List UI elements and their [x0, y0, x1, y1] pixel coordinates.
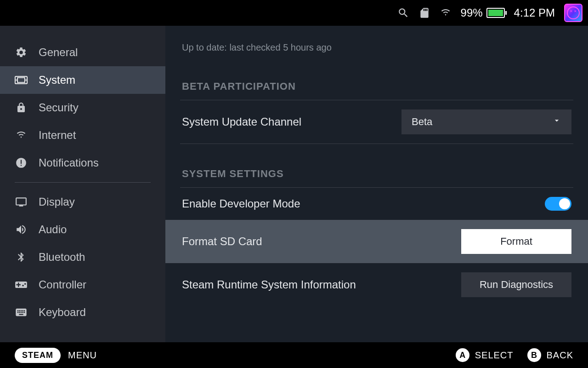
setting-runtime-info: Steam Runtime System Information Run Dia… — [180, 263, 573, 306]
setting-label: Enable Developer Mode — [182, 197, 300, 210]
sidebar-item-label: Controller — [39, 278, 86, 291]
battery-percentage: 99% — [461, 6, 483, 19]
sidebar-item-bluetooth[interactable]: Bluetooth — [0, 243, 165, 271]
sidebar-item-label: General — [39, 46, 78, 59]
monitor-icon — [15, 196, 28, 208]
section-header-system: SYSTEM SETTINGS — [180, 144, 573, 188]
setting-update-channel: System Update Channel Beta — [180, 100, 573, 144]
hint-label: BACK — [547, 350, 573, 361]
sd-card-icon[interactable] — [418, 7, 430, 19]
format-button[interactable]: Format — [461, 229, 571, 254]
sidebar-item-label: Audio — [39, 223, 67, 236]
keyboard-icon — [15, 306, 28, 319]
lock-icon — [15, 101, 28, 114]
setting-label: Steam Runtime System Information — [182, 278, 356, 291]
content-panel[interactable]: Up to date: last checked 5 hours ago BET… — [165, 26, 588, 342]
sidebar-item-controller[interactable]: Controller — [0, 271, 165, 299]
sidebar-item-label: System — [39, 74, 75, 86]
section-header-beta: BETA PARTICIPATION — [180, 57, 573, 100]
hint-label: SELECT — [475, 350, 514, 361]
chevron-down-icon — [552, 116, 561, 128]
sidebar-item-display[interactable]: Display — [0, 188, 165, 216]
svg-rect-6 — [21, 165, 22, 166]
setting-label: Format SD Card — [182, 235, 262, 248]
bottom-left-group: STEAM MENU — [15, 348, 97, 363]
main-area: General System Security Internet Notific… — [0, 26, 588, 342]
search-icon[interactable] — [397, 7, 409, 19]
sidebar-item-label: Notifications — [39, 156, 99, 169]
gamepad-icon — [15, 278, 28, 291]
svg-point-2 — [16, 80, 17, 81]
bottom-bar: STEAM MENU A SELECT B BACK — [0, 342, 588, 368]
steam-button[interactable]: STEAM — [15, 348, 61, 363]
sidebar-item-audio[interactable]: Audio — [0, 216, 165, 243]
setting-developer-mode: Enable Developer Mode — [180, 188, 573, 220]
sidebar-item-label: Display — [39, 196, 75, 208]
bottom-right-group: A SELECT B BACK — [456, 348, 573, 362]
battery-status: 99% — [461, 6, 505, 19]
top-bar: 99% 4:12 PM — [0, 0, 588, 26]
update-status: Up to date: last checked 5 hours ago — [180, 26, 573, 57]
hint-back: B BACK — [527, 348, 573, 362]
sidebar-item-label: Security — [39, 101, 79, 114]
sidebar-item-label: Bluetooth — [39, 251, 85, 264]
wifi-icon — [15, 129, 28, 142]
sidebar-item-label: Keyboard — [39, 306, 86, 319]
sidebar-item-keyboard[interactable]: Keyboard — [0, 299, 165, 326]
sidebar-item-internet[interactable]: Internet — [0, 121, 165, 149]
menu-label: MENU — [68, 350, 97, 361]
setting-label: System Update Channel — [182, 115, 301, 128]
run-diagnostics-button[interactable]: Run Diagnostics — [461, 272, 571, 297]
sidebar-item-general[interactable]: General — [0, 39, 165, 66]
a-button-icon: A — [456, 348, 469, 362]
bluetooth-icon — [15, 251, 28, 264]
speaker-icon — [15, 223, 28, 236]
svg-rect-1 — [17, 78, 25, 83]
sidebar-item-system[interactable]: System — [0, 66, 165, 94]
sidebar-item-label: Internet — [39, 129, 76, 142]
sidebar: General System Security Internet Notific… — [0, 26, 165, 342]
b-button-icon: B — [527, 348, 541, 362]
alert-icon — [15, 156, 28, 169]
svg-point-3 — [25, 80, 27, 81]
sidebar-divider — [15, 182, 151, 183]
dropdown-value: Beta — [412, 116, 432, 128]
clock: 4:12 PM — [514, 6, 555, 19]
gear-icon — [15, 46, 28, 59]
hint-select: A SELECT — [456, 348, 514, 362]
sidebar-item-security[interactable]: Security — [0, 94, 165, 121]
battery-icon — [486, 8, 505, 18]
update-channel-dropdown[interactable]: Beta — [401, 109, 571, 134]
developer-mode-toggle[interactable] — [545, 197, 571, 211]
sidebar-item-notifications[interactable]: Notifications — [0, 149, 165, 177]
avatar[interactable] — [564, 4, 582, 22]
wifi-icon[interactable] — [440, 7, 452, 19]
console-icon — [15, 74, 28, 86]
setting-format-sd[interactable]: Format SD Card Format — [165, 220, 588, 263]
svg-rect-5 — [21, 160, 22, 164]
